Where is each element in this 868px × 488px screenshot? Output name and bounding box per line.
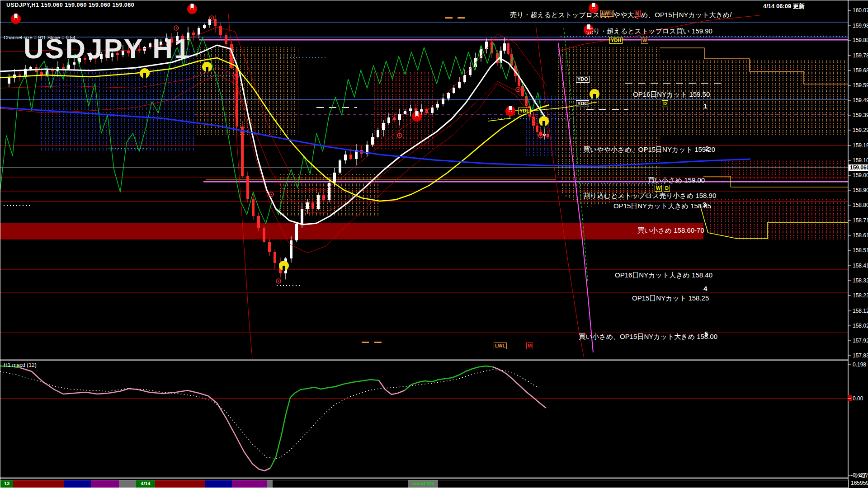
last-update-time: 4/14 06:09 更新 [763,2,805,10]
axis-tick-label: 159.590 [853,83,868,88]
price-level-annotation: 買い小さめ 159.00 [648,176,705,185]
candle-bull [447,93,450,99]
candle-bull [387,117,390,123]
axis-tick-label: 159.880 [853,38,868,43]
strip-segment [155,480,205,488]
level-tag-d: D [664,185,670,192]
candle-bear [62,67,65,69]
entry-ring-icon [269,192,274,197]
candle-bear [547,134,549,137]
macd-line-segment [379,380,405,394]
waypoint-number: 3 [703,201,706,208]
buy-zone-band [0,223,703,239]
price-level-annotation: 売り・超えるとストップロス買いやや大きめ、OP15日NYカット大きめ/ [510,11,731,19]
candle-bull [328,183,330,200]
candle-bull [203,25,206,28]
bar-count-label: 165959 [851,480,868,486]
candle-bear [257,216,260,228]
candle-bull [290,240,292,258]
axis-tick-label: 158.320 [853,278,868,283]
trading-chart-window: USDJPY,H1 159.060 159.060 159.060 159.06… [0,0,868,488]
orange-dash-icon [458,17,465,19]
price-zone-band [0,223,703,239]
strip-segment-13: 13 [0,480,13,488]
candle-bull [458,82,461,88]
candle-bull [377,130,379,137]
candle-bull [29,67,32,69]
candle-bear [241,127,244,176]
candle-bull [301,209,303,224]
axis-tick-label: 0.198 [853,362,866,367]
waypoint-number: 2 [705,145,709,152]
macd-indicator-label: H1 macd (12) [4,362,37,368]
candle-bear [252,199,255,216]
candle-bull [436,104,439,108]
candle-bear [311,202,314,209]
candle-bull [404,111,406,114]
axis-tick-label: 158.125 [853,308,868,314]
main-chart-canvas[interactable] [0,0,868,488]
macd-signal-line [0,370,538,459]
level-tag-m: M [526,343,533,349]
price-level-annotation: 割り込むとストップロス売り小さめ 158.90 [583,192,716,200]
candle-bear [214,19,217,26]
candle-bull [463,75,466,82]
price-level-annotation: OP15日NYカット 158.25 [632,294,709,303]
level-tag-lwh: LWH [600,10,614,17]
strip-segment [232,480,267,488]
entry-ring-icon [174,26,179,30]
price-level-annotation: 買い小さめ、OP15日NYカット大きめ 158.00 [579,333,717,341]
price-level-annotation: OP16日NYカット 159.50 [633,90,710,99]
axis-tick-label: 158.905 [853,188,868,193]
cloud-orange [194,47,298,136]
orange-dash-icon [374,342,382,343]
candle-bull [344,155,347,160]
axis-tick-label: 158.710 [853,218,868,223]
axis-tick-label: 159.295 [853,127,868,133]
candle-bear [225,35,227,44]
symbol-ohlc-readout: USDJPY,H1 159.060 159.060 159.060 159.06… [6,2,134,8]
price-level-annotation: 売り・超えるとストップロス買い 159.90 [586,27,712,36]
axis-tick-label: 160.075 [853,8,868,13]
axis-tick-label: 159.490 [853,98,868,103]
candle-bull [317,195,320,209]
orange-dash-icon [445,17,453,19]
sell-arrow-icon [505,106,515,116]
waypoint-number: 5 [704,330,708,338]
waypoint-number: 1 [703,102,707,110]
strip-segment [119,480,136,488]
level-tag-ydh: YDH [609,37,623,44]
candle-bear [246,176,249,199]
entry-ring-icon [516,87,520,92]
candle-bull [431,108,434,113]
candle-bull [295,224,298,240]
level-tag-w: W [641,37,648,44]
price-level-annotation: 買いやや小さめ、OP15日NYカット 159.20 [583,145,715,154]
cloud-red [722,160,848,179]
axis-tick-label: 157.925 [853,338,868,343]
candle-bear [536,126,538,132]
axis-tick-label: 159.195 [853,143,868,148]
level-tag-ydc: YDC [576,100,589,107]
cloud-blue [41,68,194,151]
strip-segment [205,480,232,488]
macd-line-segment [493,367,546,408]
level-tag-ydl: YDL [518,108,531,114]
period-color-strip: 134/14macd ON [0,480,849,488]
strip-segment-macd ON[interactable]: macd ON [408,480,438,488]
current-price-label: 159.060 [849,164,868,171]
ichimoku-clouds [41,47,848,239]
strip-segment [64,480,91,488]
candle-bull [306,202,309,209]
price-level-annotation: 買い小さめ 158.60-70 [637,226,704,235]
candle-bear [274,252,276,263]
candle-bull [420,109,423,112]
axis-tick-label: 158.220 [853,293,868,298]
candle-bull [371,137,374,145]
candle-bull [503,43,506,51]
candle-bull [398,114,401,120]
level-tag-lwl: LWL [494,343,507,349]
macd-line-segment [405,366,493,390]
strip-segment [91,480,119,488]
price-level-annotation: OP16日NYカット大きめ 158.40 [615,271,712,280]
